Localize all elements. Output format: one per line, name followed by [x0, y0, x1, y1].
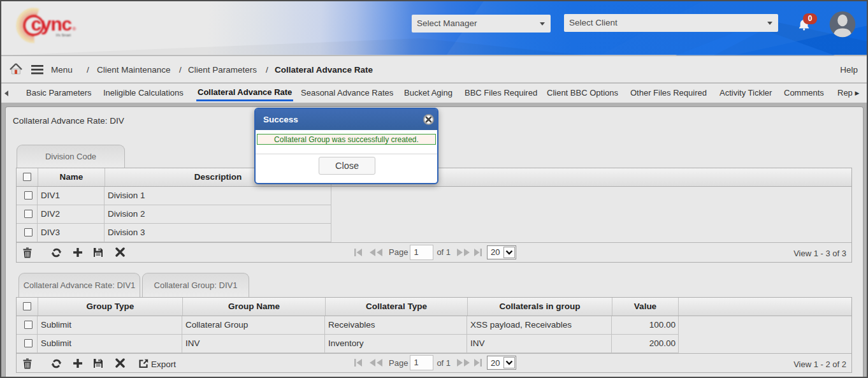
- svg-text:cync: cync: [31, 13, 72, 34]
- svg-text:It's Smart: It's Smart: [56, 33, 71, 37]
- svg-text:®: ®: [73, 26, 76, 32]
